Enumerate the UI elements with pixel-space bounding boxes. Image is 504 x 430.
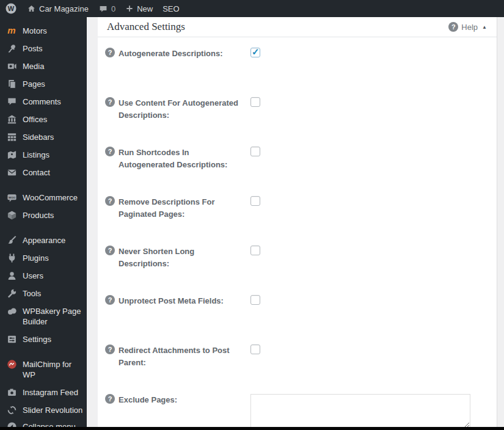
- autogenerate-descriptions-checkbox[interactable]: [250, 48, 260, 57]
- sidebar-item-wpbakery-page-builder[interactable]: WPBakery Page Builder: [0, 302, 87, 330]
- home-icon: [27, 4, 36, 13]
- sidebar-item-mailchimp-for-wp[interactable]: MailChimp for WP: [0, 355, 87, 384]
- sidebar-item-plugins[interactable]: Plugins: [0, 249, 87, 267]
- sidebar-item-label: Plugins: [23, 253, 49, 263]
- setting-row-use-content-for-autogenerated-descriptions: ?Use Content For Autogenerated Descripti…: [105, 97, 487, 147]
- exclude-pages-textarea[interactable]: [250, 394, 470, 428]
- question-icon[interactable]: ?: [105, 97, 115, 107]
- setting-control: [250, 97, 260, 109]
- sidebar-item-settings[interactable]: Settings: [0, 330, 87, 348]
- sidebar-item-label: Media: [23, 61, 44, 71]
- setting-row-redirect-attachments-to-post-parent: ?Redirect Attachments to Post Parent:: [105, 344, 487, 394]
- question-icon[interactable]: ?: [105, 246, 115, 255]
- site-name-link[interactable]: Car Magazine: [22, 0, 93, 17]
- sidebar-item-motors[interactable]: mMotors: [0, 22, 87, 40]
- unprotect-post-meta-fields-checkbox[interactable]: [250, 295, 260, 305]
- sidebar-item-label: Products: [23, 210, 54, 220]
- svg-text:WOO: WOO: [9, 196, 15, 199]
- question-icon[interactable]: ?: [105, 394, 115, 404]
- setting-control: [250, 295, 260, 307]
- setting-control: [250, 344, 260, 357]
- plus-icon: [125, 4, 134, 13]
- bottom-black-strip: [0, 427, 504, 430]
- setting-row-unprotect-post-meta-fields: ?Unprotect Post Meta Fields:: [105, 295, 487, 344]
- setting-control: [250, 196, 260, 208]
- sidebar-item-label: Sidebars: [23, 132, 54, 142]
- setting-row-never-shorten-long-descriptions: ?Never Shorten Long Descriptions:: [105, 246, 487, 295]
- mailchimp-icon: [5, 359, 18, 370]
- main-content: Advanced Settings ? Help ▲ ?Autogenerate…: [98, 17, 497, 430]
- sidebar-item-sidebars[interactable]: Sidebars: [0, 128, 87, 146]
- sidebar-item-slider-revolution[interactable]: Slider Revolution: [0, 401, 87, 419]
- wp-logo[interactable]: W: [0, 0, 22, 17]
- setting-label: Redirect Attachments to Post Parent:: [119, 344, 242, 369]
- sidebar-item-pages[interactable]: Pages: [0, 75, 87, 93]
- sidebars-icon: [5, 132, 18, 142]
- users-icon: [5, 271, 18, 281]
- products-icon: [5, 210, 18, 220]
- sidebar-item-posts[interactable]: Posts: [0, 40, 87, 57]
- sidebar-item-products[interactable]: Products: [0, 206, 87, 224]
- sidebar-item-label: Motors: [23, 26, 47, 36]
- sidebar-item-appearance[interactable]: Appearance: [0, 231, 87, 249]
- sidebar-item-media[interactable]: Media: [0, 57, 87, 75]
- setting-control: [250, 48, 260, 60]
- seo-menu-item[interactable]: SEO: [158, 0, 184, 17]
- sidebar-content-gutter: [87, 17, 98, 430]
- remove-descriptions-for-paginated-pages-checkbox[interactable]: [250, 196, 260, 206]
- setting-label: Use Content For Autogenerated Descriptio…: [119, 97, 242, 122]
- plugins-icon: [5, 253, 18, 263]
- run-shortcodes-in-autogenerated-descriptions-checkbox[interactable]: [250, 147, 260, 156]
- site-name-label: Car Magazine: [39, 4, 89, 13]
- question-icon[interactable]: ?: [105, 147, 115, 156]
- sidebar-item-offices[interactable]: Offices: [0, 111, 87, 128]
- sidebar-item-comments[interactable]: Comments: [0, 93, 87, 111]
- sidebar-item-listings[interactable]: Listings: [0, 146, 87, 164]
- admin-sidebar: mMotorsPostsMediaPagesCommentsOfficesSid…: [0, 17, 87, 430]
- never-shorten-long-descriptions-checkbox[interactable]: [250, 246, 260, 255]
- comments-bubble[interactable]: 0: [93, 0, 120, 17]
- woocommerce-icon: WOO: [5, 192, 18, 203]
- sidebar-item-label: Slider Revolution: [23, 405, 82, 415]
- setting-label: Exclude Pages:: [119, 394, 242, 406]
- setting-label: Remove Descriptions For Paginated Pages:: [119, 196, 242, 220]
- setting-row-exclude-pages: ?Exclude Pages:: [105, 394, 487, 430]
- sidebar-item-woocommerce[interactable]: WOOWooCommerce: [0, 189, 87, 206]
- sidebar-item-label: Users: [23, 271, 43, 281]
- sidebar-item-tools[interactable]: Tools: [0, 285, 87, 302]
- setting-row-autogenerate-descriptions: ?Autogenerate Descriptions:: [105, 48, 487, 97]
- setting-label: Autogenerate Descriptions:: [119, 48, 242, 60]
- question-icon[interactable]: ?: [105, 295, 115, 305]
- redirect-attachments-to-post-parent-checkbox[interactable]: [250, 344, 260, 354]
- help-toggle[interactable]: ? Help ▲: [448, 22, 487, 32]
- settings-icon: [5, 334, 18, 344]
- question-icon[interactable]: ?: [105, 48, 115, 57]
- pages-icon: [5, 79, 18, 89]
- sidebar-item-contact[interactable]: Contact: [0, 164, 87, 181]
- sidebar-item-label: MailChimp for WP: [23, 359, 83, 380]
- page-title: Advanced Settings: [107, 21, 185, 33]
- listings-icon: [5, 150, 18, 160]
- question-icon[interactable]: ?: [105, 196, 115, 206]
- up-triangle-icon: ▲: [482, 24, 487, 30]
- sidebar-item-label: Instagram Feed: [23, 387, 78, 398]
- settings-form: ?Autogenerate Descriptions:?Use Content …: [98, 37, 497, 430]
- setting-label: Unprotect Post Meta Fields:: [119, 295, 242, 307]
- question-icon: ?: [448, 22, 458, 32]
- page-layout: mMotorsPostsMediaPagesCommentsOfficesSid…: [0, 17, 504, 430]
- setting-label: Run Shortcodes In Autogenerated Descript…: [119, 147, 242, 171]
- setting-control: [250, 147, 260, 159]
- appearance-icon: [5, 235, 18, 246]
- sidebar-item-instagram-feed[interactable]: Instagram Feed: [0, 384, 87, 401]
- sidebar-item-label: Appearance: [23, 235, 65, 246]
- use-content-for-autogenerated-descriptions-checkbox[interactable]: [250, 97, 260, 107]
- new-content-button[interactable]: New: [120, 0, 158, 17]
- setting-control: [250, 394, 470, 430]
- admin-bar: W Car Magazine 0 New SEO: [0, 0, 504, 17]
- sidebar-item-label: Contact: [23, 167, 50, 178]
- contact-icon: [5, 167, 18, 178]
- sidebar-item-users[interactable]: Users: [0, 267, 87, 285]
- sidebar-item-label: WooCommerce: [23, 192, 78, 203]
- svg-text:W: W: [8, 5, 15, 12]
- question-icon[interactable]: ?: [105, 344, 115, 354]
